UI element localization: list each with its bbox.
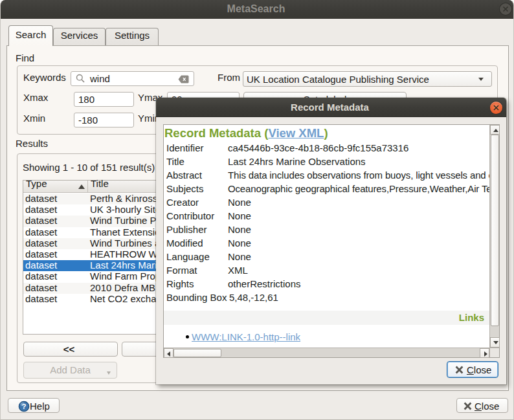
svg-text:?: ? xyxy=(21,403,26,410)
